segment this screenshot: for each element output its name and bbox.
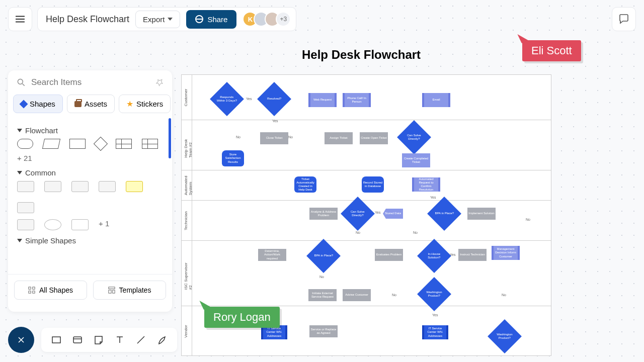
lane-label-automated: Automated System — [184, 175, 193, 195]
section-simple-shapes[interactable]: Simple Shapes — [17, 236, 163, 245]
node-analyze[interactable]: Analyze & Address Problem — [309, 208, 338, 220]
shape-common-3[interactable] — [71, 181, 89, 192]
shape-rectangle[interactable] — [71, 219, 89, 230]
node-management[interactable]: Management Decision Inform Customer — [492, 246, 520, 260]
tab-assets-label: Assets — [85, 100, 107, 108]
tool-strip — [41, 328, 177, 352]
edge-no-8: No — [526, 218, 530, 221]
document-title[interactable]: Help Desk Flowchart — [46, 14, 129, 25]
node-ticket-auto[interactable]: Ticket Automatically Created in Help Des… — [294, 176, 316, 193]
shape-table[interactable] — [116, 139, 132, 149]
tool-card[interactable] — [71, 334, 84, 346]
templates-label: Templates — [119, 286, 151, 294]
shape-parallelogram[interactable] — [42, 139, 60, 149]
hamburger-icon — [15, 14, 26, 25]
tool-note[interactable] — [93, 334, 105, 346]
all-shapes-button[interactable]: All Shapes — [14, 281, 87, 300]
lane-label-vendor: Vendor — [184, 325, 188, 337]
lane-label-supervisor: ISC Supervisor #2 — [184, 257, 193, 290]
tool-line[interactable] — [135, 334, 147, 346]
lane-label-helpdesk: Help Desk Team #2 — [184, 133, 193, 158]
canvas-title: Help Desk Flowchart — [302, 48, 421, 62]
node-create-open[interactable]: Create Open Ticket — [360, 132, 388, 144]
tab-assets[interactable]: Assets — [67, 95, 115, 113]
flowchart-more-count[interactable]: + 21 — [17, 154, 163, 162]
node-store-satisfaction[interactable]: Store Satisfaction Results — [222, 150, 244, 166]
shape-sticky-note[interactable] — [126, 181, 143, 192]
node-web-request[interactable]: Web Request — [308, 93, 337, 107]
svg-rect-2 — [33, 287, 35, 289]
node-determine[interactable]: Determine, Action/Work required — [258, 249, 286, 261]
tab-stickers[interactable]: ★ Stickers — [119, 95, 171, 113]
node-advise[interactable]: Advise Customer — [343, 289, 371, 301]
tool-pen[interactable] — [156, 334, 168, 346]
common-more-count[interactable]: + 1 — [99, 219, 109, 230]
edge-no-4: No — [413, 231, 418, 234]
svg-rect-3 — [29, 291, 31, 293]
section-common[interactable]: Common — [17, 168, 163, 177]
shape-swimlane[interactable] — [142, 139, 158, 149]
search-input[interactable] — [31, 77, 150, 87]
tab-shapes[interactable]: Shapes — [13, 95, 63, 113]
shape-common-7[interactable] — [17, 219, 34, 230]
chevron-down-icon — [168, 18, 173, 21]
svg-rect-5 — [108, 287, 114, 289]
node-phone-call[interactable]: Phone Call/ In Person — [343, 93, 371, 107]
edge-yes-4: Yes — [375, 211, 380, 214]
shapes-panel: Shapes Assets ★ Stickers Flowchart + 21 … — [8, 70, 172, 312]
shape-common-2[interactable] — [44, 181, 61, 192]
section-common-label: Common — [25, 168, 56, 177]
title-bar: Help Desk Flowchart Export Share K +3 — [37, 7, 296, 31]
shape-common-1[interactable] — [17, 181, 34, 192]
star-icon: ★ — [126, 99, 133, 109]
diamond-icon — [20, 100, 28, 108]
tool-text[interactable] — [114, 334, 126, 346]
node-record-stored[interactable]: Record Stored in Database — [362, 176, 384, 193]
node-initiate[interactable]: Initiate External Service Request — [308, 289, 337, 301]
edge-yes-6: Yes — [432, 313, 438, 317]
svg-rect-6 — [108, 290, 111, 293]
shape-decision[interactable] — [94, 137, 108, 151]
close-button[interactable] — [8, 327, 34, 353]
shape-ellipse[interactable] — [44, 219, 61, 230]
svg-rect-7 — [112, 290, 114, 293]
node-implement[interactable]: Implement Solution — [467, 208, 496, 220]
pin-icon[interactable] — [153, 76, 166, 88]
lane-label-technician: Technician — [184, 211, 188, 230]
section-flowchart-label: Flowchart — [25, 126, 58, 135]
lane-label-customer: Customer — [184, 88, 188, 106]
export-label: Export — [143, 15, 165, 24]
template-icon — [108, 287, 115, 294]
shape-common-4[interactable] — [99, 181, 116, 192]
edge-no-6: No — [392, 293, 396, 297]
templates-button[interactable]: Templates — [93, 281, 166, 300]
svg-rect-4 — [33, 291, 35, 293]
scrollbar-thumb[interactable] — [169, 118, 171, 158]
export-button[interactable]: Export — [135, 11, 180, 28]
edge-no-3: No — [356, 231, 360, 234]
svg-rect-9 — [73, 337, 82, 343]
node-email[interactable]: Email — [422, 93, 450, 107]
shape-process[interactable] — [69, 139, 86, 149]
tool-rectangle[interactable] — [50, 334, 62, 346]
close-icon — [16, 335, 26, 345]
avatar-more-count[interactable]: +3 — [276, 12, 291, 27]
shape-common-6[interactable] — [17, 202, 34, 213]
node-stored-data[interactable]: Stored Data — [383, 209, 403, 219]
node-instruct[interactable]: Instruct Technician — [458, 249, 487, 261]
cursor-eli-scott: Eli Scott — [522, 32, 581, 61]
shape-terminator[interactable] — [17, 139, 33, 149]
node-evaluate[interactable]: Evaluates Problem — [375, 249, 403, 261]
section-flowchart[interactable]: Flowchart — [17, 126, 163, 135]
share-button[interactable]: Share — [186, 10, 236, 29]
edge-yes-1: Yes — [246, 97, 252, 101]
node-create-completed[interactable]: Create Completed Ticket — [402, 153, 430, 167]
collapse-icon — [17, 171, 22, 174]
hamburger-menu-button[interactable] — [8, 7, 32, 31]
node-automated-request[interactable]: Automated Request to Confirm Resolution — [412, 177, 440, 192]
node-it-service2[interactable]: IT Service Center WN. Addresses — [422, 325, 448, 339]
node-close-ticket[interactable]: Close Ticket — [260, 132, 288, 144]
node-assign-ticket[interactable]: Assign Ticket — [325, 132, 353, 144]
all-shapes-label: All Shapes — [39, 286, 73, 294]
node-service-replace[interactable]: Service or Replace as Agreed — [309, 325, 338, 337]
